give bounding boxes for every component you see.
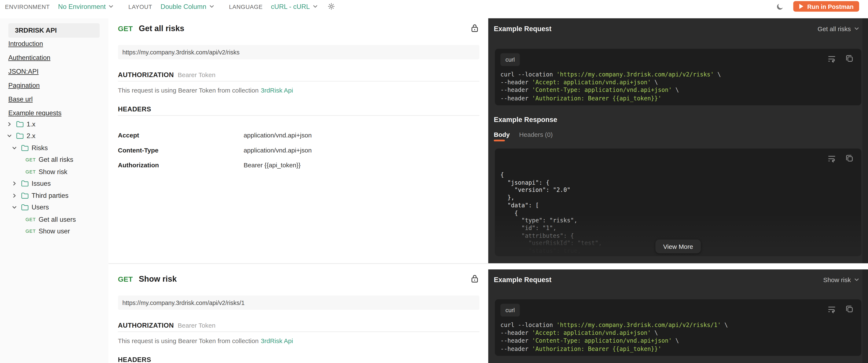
json-line: }, (500, 194, 602, 202)
lock-icon (471, 24, 478, 32)
environment-dropdown[interactable]: No Environment (58, 3, 106, 10)
tree-item[interactable]: Third parties (0, 190, 108, 201)
chevron-down-icon[interactable] (209, 4, 214, 9)
collection-link[interactable]: 3rdRisk Api (261, 338, 293, 344)
view-more-button[interactable]: View More (655, 240, 701, 253)
active-tab-indicator (494, 140, 505, 141)
tree-item[interactable]: Risks (0, 142, 108, 154)
header-value: application/vnd.api+json (244, 132, 312, 138)
chevron-right-icon (12, 193, 17, 198)
tab-headers[interactable]: Headers (0) (519, 131, 553, 138)
chevron-down-icon[interactable] (108, 4, 114, 9)
sidebar-link[interactable]: Introduction (8, 37, 43, 51)
method-badge: GET (25, 157, 36, 163)
example-response-header: Example Response (494, 115, 557, 124)
tree-item[interactable]: GET Show user (0, 225, 108, 237)
authorization-heading-row: AUTHORIZATION Bearer Token (118, 322, 215, 329)
request-title: Get all risks (139, 24, 184, 33)
copy-icon[interactable] (845, 154, 854, 163)
divider (118, 81, 479, 82)
chevron-right-icon (12, 205, 17, 210)
folder-icon (21, 144, 29, 151)
auth-note: This request is using Bearer Token from … (118, 337, 293, 345)
example-request-header: Example Request Show risk (494, 275, 859, 284)
code-line: --header 'Accept: application/vnd.api+js… (500, 329, 728, 337)
divider (118, 331, 479, 332)
tree-item[interactable]: GET Show risk (0, 166, 108, 178)
environment-label: ENVIRONMENT (5, 3, 50, 9)
headers-heading-row: HEADERS (118, 356, 151, 363)
language-tab-curl[interactable]: curl (500, 304, 520, 316)
code-line: --header 'Authorization: Bearer {{api_to… (500, 344, 728, 353)
topbar: ENVIRONMENT No Environment LAYOUT Double… (0, 0, 868, 13)
run-in-postman-button[interactable]: Run in Postman (793, 1, 859, 12)
settings-gear-icon[interactable] (328, 3, 335, 10)
code-line: --header 'Content-Type: application/vnd.… (500, 86, 721, 94)
request-title: Show risk (139, 275, 177, 283)
request-code-block: curl curl --location 'https://my.company… (495, 49, 862, 105)
tree-item[interactable]: 2.x (0, 130, 108, 142)
auth-note: This request is using Bearer Token from … (118, 86, 293, 94)
authorization-type: Bearer Token (178, 72, 216, 78)
header-value: Bearer {{api_token}} (244, 162, 301, 168)
copy-icon[interactable] (845, 54, 854, 63)
header-row: Accept application/vnd.api+json (118, 128, 312, 142)
language-label: LANGUAGE (229, 3, 263, 9)
code-line: curl --location 'https://my.company.3rdr… (500, 321, 728, 329)
divider (118, 115, 479, 116)
request-title-row: GET Get all risks (118, 23, 184, 34)
curl-code: curl --location 'https://my.company.3rdr… (500, 70, 721, 102)
copy-icon[interactable] (845, 305, 854, 313)
tree-item-label: Get all users (38, 215, 76, 223)
tree-item-label: Users (32, 203, 49, 212)
language-tab-curl[interactable]: curl (500, 53, 520, 66)
chevron-down-icon (854, 26, 859, 31)
wrap-text-icon[interactable] (828, 154, 836, 163)
sidebar-link[interactable]: Base url (8, 92, 33, 106)
method-badge: GET (118, 24, 133, 32)
code-line: curl --location 'https://my.company.3rdr… (500, 70, 721, 78)
sidebar-link[interactable]: Pagination (8, 79, 39, 92)
request-doc-column: GET Get all risks https://my.company.3rd… (108, 18, 488, 363)
sidebar-link[interactable]: JSON:API (8, 65, 38, 79)
tab-body[interactable]: Body (494, 131, 510, 138)
header-row: Authorization Bearer {{api_token}} (118, 157, 312, 172)
collection-title[interactable]: 3RDRISK API (8, 23, 100, 38)
chevron-right-icon (7, 134, 12, 138)
header-row: Content-Type application/vnd.api+json (118, 142, 312, 158)
chevron-right-icon (7, 122, 12, 126)
tree-item-label: Show user (38, 227, 70, 235)
request-code-block: curl curl --location 'https://my.company… (495, 299, 862, 356)
example-selector-dropdown[interactable]: Show risk (823, 276, 859, 283)
tree-item[interactable]: GET Get all users (0, 214, 108, 225)
chevron-down-icon[interactable] (313, 4, 318, 9)
play-icon (799, 3, 804, 9)
tree-item[interactable]: GET Get all risks (0, 154, 108, 166)
tree-item-label: Risks (32, 144, 48, 152)
layout-dropdown[interactable]: Double Column (160, 3, 207, 10)
api-docs-page: ENVIRONMENT No Environment LAYOUT Double… (0, 0, 868, 363)
sidebar-links: Introduction Authentication JSON:API Pag… (8, 37, 61, 120)
example-request-title: Example Request (494, 276, 552, 284)
tree-item[interactable]: 1.x (0, 118, 108, 130)
example-panel-show-risk: Example Request Show risk curl (488, 270, 868, 363)
tree-item[interactable]: Users (0, 201, 108, 213)
folder-icon (21, 180, 29, 187)
request-title-row: GET Show risk (118, 273, 177, 284)
tree-item-label: 2.x (27, 132, 35, 140)
authorization-heading: AUTHORIZATION (118, 71, 174, 79)
wrap-text-icon[interactable] (828, 305, 836, 313)
example-selector-dropdown[interactable]: Get all risks (818, 25, 859, 32)
tree-item-label: 1.x (27, 120, 35, 128)
sidebar-link[interactable]: Authentication (8, 51, 50, 65)
language-dropdown[interactable]: cURL - cURL (271, 3, 310, 10)
collection-link[interactable]: 3rdRisk Api (261, 87, 293, 93)
tree-item[interactable]: Issues (0, 178, 108, 190)
section-divider (108, 263, 488, 264)
chevron-down-icon (854, 277, 859, 282)
headers-heading: HEADERS (118, 105, 151, 113)
headers-table: Accept application/vnd.api+json Content-… (118, 128, 312, 172)
wrap-text-icon[interactable] (828, 54, 836, 63)
folder-icon (21, 192, 29, 199)
dark-mode-moon-icon[interactable] (776, 3, 784, 10)
